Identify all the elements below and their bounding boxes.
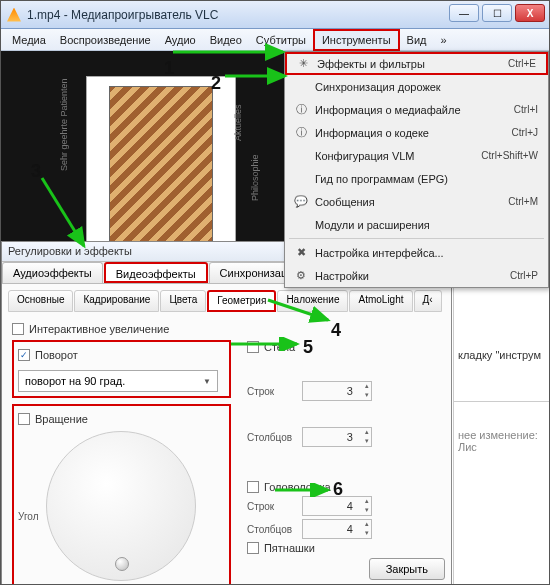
- rotation-checkbox[interactable]: [18, 413, 30, 425]
- tab-video-effects[interactable]: Видеоэффекты: [104, 262, 208, 283]
- menu-media-info[interactable]: ⓘ Информация о медиафайле Ctrl+I: [285, 98, 548, 121]
- menu-audio[interactable]: Аудио: [158, 31, 203, 49]
- tab-overlay[interactable]: Наложение: [277, 290, 348, 312]
- tab-geometry[interactable]: Геометрия: [207, 290, 276, 312]
- rows-label-2: Строк: [247, 501, 302, 512]
- vertical-divider: [453, 241, 454, 585]
- fifteen-checkbox[interactable]: [247, 542, 259, 554]
- puzzle-checkbox[interactable]: [247, 481, 259, 493]
- info-icon: ⓘ: [291, 125, 311, 140]
- rotate-checkbox[interactable]: ✓: [18, 349, 30, 361]
- adjustments-window: Регулировки и эффекты Аудиоэффекты Видео…: [1, 241, 452, 585]
- menu-media[interactable]: Медиа: [5, 31, 53, 49]
- messages-icon: 💬: [291, 195, 311, 208]
- hr-2: [453, 401, 550, 402]
- rotate-block: ✓ Поворот поворот на 90 град. ▼: [12, 340, 231, 398]
- close-button[interactable]: X: [515, 4, 545, 22]
- video-text-r1: Aktuelles: [233, 104, 243, 141]
- video-frame: [86, 76, 236, 241]
- menu-plugins[interactable]: Модули и расширения: [285, 213, 548, 236]
- menu-video[interactable]: Видео: [203, 31, 249, 49]
- wall-label: Стена: [264, 341, 295, 353]
- rotation-block: Вращение Угол 0 356: [12, 404, 231, 585]
- rows-label-1: Строк: [247, 386, 302, 397]
- vlc-cone-icon: [7, 8, 21, 22]
- info-icon: ⓘ: [291, 102, 311, 117]
- video-still: [109, 86, 213, 241]
- tab-atmolight[interactable]: AtmoLight: [349, 290, 412, 312]
- menu-tools[interactable]: Инструменты: [313, 29, 400, 51]
- video-text-r2: Philosophie: [250, 154, 260, 201]
- dial-knob[interactable]: [115, 557, 129, 571]
- cols-spinner-1[interactable]: 3: [302, 427, 372, 447]
- interactive-zoom-row: Интерактивное увеличение: [12, 323, 441, 335]
- minimize-button[interactable]: —: [449, 4, 479, 22]
- chevron-down-icon: ▼: [203, 377, 211, 386]
- cols-label-1: Столбцов: [247, 432, 302, 443]
- cols-label-2: Столбцов: [247, 524, 302, 535]
- menu-view[interactable]: Вид: [400, 31, 434, 49]
- page-snippet-b: кладку "инструм: [458, 349, 541, 361]
- sub-tabs: Основные Кадрирование Цвета Геометрия На…: [8, 290, 445, 312]
- tab-crop[interactable]: Кадрирование: [74, 290, 159, 312]
- rotation-label: Вращение: [35, 413, 88, 425]
- tab-basic[interactable]: Основные: [8, 290, 73, 312]
- tab-colors[interactable]: Цвета: [160, 290, 206, 312]
- rotate-combo[interactable]: поворот на 90 град. ▼: [18, 370, 218, 392]
- menu-codec-info[interactable]: ⓘ Информация о кодеке Ctrl+J: [285, 121, 548, 144]
- rotation-dial[interactable]: [46, 431, 196, 581]
- menu-messages[interactable]: 💬 Сообщения Ctrl+M: [285, 190, 548, 213]
- rows-spinner-1[interactable]: 3: [302, 381, 372, 401]
- menu-bar: Медиа Воспроизведение Аудио Видео Субтит…: [1, 29, 549, 51]
- menu-track-sync[interactable]: Синхронизация дорожек: [285, 75, 548, 98]
- menu-epg[interactable]: Гид по программам (EPG): [285, 167, 548, 190]
- rotate-label: Поворот: [35, 349, 78, 361]
- menu-preferences[interactable]: ⚙ Настройки Ctrl+P: [285, 264, 548, 287]
- gear-icon: ⚙: [291, 269, 311, 282]
- cols-spinner-2[interactable]: 4: [302, 519, 372, 539]
- video-text-left: Sehr geehrte Patienten: [59, 78, 69, 171]
- tab-audio-effects[interactable]: Аудиоэффекты: [2, 262, 103, 283]
- menu-playback[interactable]: Воспроизведение: [53, 31, 158, 49]
- maximize-button[interactable]: ☐: [482, 4, 512, 22]
- page-snippet-c: нее изменение: Лис: [458, 429, 549, 453]
- window-title-bar: 1.mp4 - Медиапроигрыватель VLC — ☐ X: [1, 1, 549, 29]
- effects-icon: ✳: [293, 57, 313, 70]
- menu-separator: [289, 238, 544, 239]
- close-dialog-button[interactable]: Закрыть: [369, 558, 445, 580]
- puzzle-label: Головоломка: [264, 481, 331, 493]
- tools-dropdown: ✳ Эффекты и фильтры Ctrl+E Синхронизация…: [284, 51, 549, 288]
- menu-subtitles[interactable]: Субтитры: [249, 31, 313, 49]
- customize-icon: ✖: [291, 246, 311, 259]
- window-title: 1.mp4 - Медиапроигрыватель VLC: [27, 8, 218, 22]
- tab-scroll[interactable]: Д‹: [414, 290, 442, 312]
- interactive-zoom-label: Интерактивное увеличение: [29, 323, 169, 335]
- menu-more[interactable]: »: [433, 31, 453, 49]
- wall-checkbox[interactable]: [247, 341, 259, 353]
- interactive-zoom-checkbox[interactable]: [12, 323, 24, 335]
- fifteen-label: Пятнашки: [264, 542, 315, 554]
- angle-label: Угол: [18, 511, 39, 522]
- menu-vlm-config[interactable]: Конфигурация VLM Ctrl+Shift+W: [285, 144, 548, 167]
- rows-spinner-2[interactable]: 4: [302, 496, 372, 516]
- menu-effects-filters[interactable]: ✳ Эффекты и фильтры Ctrl+E: [285, 52, 548, 75]
- rotate-value: поворот на 90 град.: [25, 375, 125, 387]
- menu-customize-interface[interactable]: ✖ Настройка интерфейса...: [285, 241, 548, 264]
